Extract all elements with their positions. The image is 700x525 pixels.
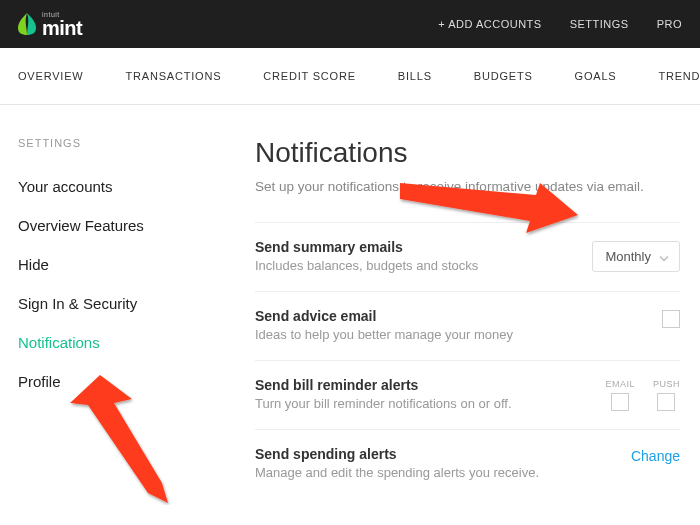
checkbox-label-email: EMAIL bbox=[605, 379, 635, 389]
advice-email-checkbox[interactable] bbox=[662, 310, 680, 328]
logo-text: intuit mint bbox=[42, 11, 82, 38]
tab-goals[interactable]: GOALS bbox=[575, 48, 617, 104]
logo[interactable]: intuit mint bbox=[18, 11, 82, 38]
setting-title: Send advice email bbox=[255, 308, 662, 324]
add-accounts-link[interactable]: + ADD ACCOUNTS bbox=[438, 18, 541, 30]
setting-desc: Ideas to help you better manage your mon… bbox=[255, 327, 662, 342]
spending-alerts-change-link[interactable]: Change bbox=[631, 448, 680, 464]
summary-frequency-select[interactable]: Monthly bbox=[592, 241, 680, 272]
setting-desc: Includes balances, budgets and stocks bbox=[255, 258, 592, 273]
logo-brand: mint bbox=[42, 18, 82, 38]
sidebar-item-profile[interactable]: Profile bbox=[18, 362, 215, 401]
sidebar-item-your-accounts[interactable]: Your accounts bbox=[18, 167, 215, 206]
setting-desc: Manage and edit the spending alerts you … bbox=[255, 465, 631, 480]
nav-tabs: OVERVIEW TRANSACTIONS CREDIT SCORE BILLS… bbox=[0, 48, 700, 105]
setting-summary-emails: Send summary emails Includes balances, b… bbox=[255, 222, 680, 291]
main-panel: Notifications Set up your notifications … bbox=[215, 105, 700, 498]
tab-overview[interactable]: OVERVIEW bbox=[18, 48, 84, 104]
setting-bill-reminder: Send bill reminder alerts Turn your bill… bbox=[255, 360, 680, 429]
tab-bills[interactable]: BILLS bbox=[398, 48, 432, 104]
setting-title: Send spending alerts bbox=[255, 446, 631, 462]
select-value: Monthly bbox=[605, 249, 651, 264]
sidebar-item-overview-features[interactable]: Overview Features bbox=[18, 206, 215, 245]
setting-title: Send bill reminder alerts bbox=[255, 377, 605, 393]
setting-spending-alerts: Send spending alerts Manage and edit the… bbox=[255, 429, 680, 498]
page-title: Notifications bbox=[255, 137, 680, 169]
tab-trends[interactable]: TRENDS bbox=[658, 48, 700, 104]
bill-reminder-email-checkbox[interactable] bbox=[611, 393, 629, 411]
settings-sidebar: SETTINGS Your accounts Overview Features… bbox=[0, 105, 215, 498]
sidebar-item-signin-security[interactable]: Sign In & Security bbox=[18, 284, 215, 323]
setting-title: Send summary emails bbox=[255, 239, 592, 255]
sidebar-title: SETTINGS bbox=[18, 137, 215, 149]
sidebar-item-hide[interactable]: Hide bbox=[18, 245, 215, 284]
profile-link[interactable]: PRO bbox=[657, 18, 682, 30]
setting-desc: Turn your bill reminder notifications on… bbox=[255, 396, 605, 411]
settings-link[interactable]: SETTINGS bbox=[570, 18, 629, 30]
tab-transactions[interactable]: TRANSACTIONS bbox=[126, 48, 222, 104]
setting-advice-email: Send advice email Ideas to help you bett… bbox=[255, 291, 680, 360]
chevron-down-icon bbox=[659, 249, 669, 264]
topbar: intuit mint + ADD ACCOUNTS SETTINGS PRO bbox=[0, 0, 700, 48]
tab-budgets[interactable]: BUDGETS bbox=[474, 48, 533, 104]
page-subtitle: Set up your notifications to receive inf… bbox=[255, 179, 680, 194]
bill-reminder-push-checkbox[interactable] bbox=[657, 393, 675, 411]
checkbox-label-push: PUSH bbox=[653, 379, 680, 389]
sidebar-item-notifications[interactable]: Notifications bbox=[18, 323, 215, 362]
tab-credit-score[interactable]: CREDIT SCORE bbox=[263, 48, 356, 104]
mint-leaf-icon bbox=[18, 13, 36, 35]
